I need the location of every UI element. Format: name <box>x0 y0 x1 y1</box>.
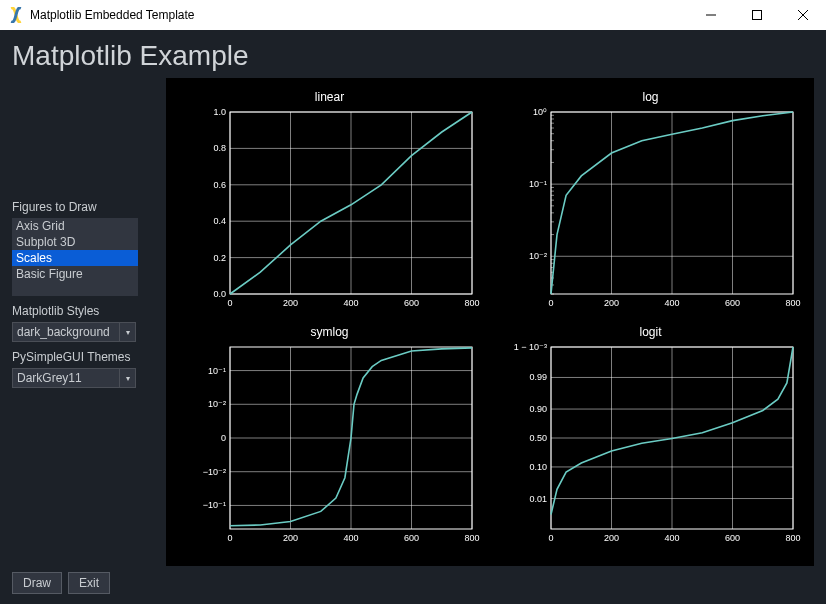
svg-text:0.50: 0.50 <box>529 433 547 443</box>
svg-text:0.6: 0.6 <box>213 180 226 190</box>
subplot-log: log020040060080010⁻²10⁻¹10⁰ <box>493 90 808 319</box>
subplot-title: symlog <box>310 325 348 339</box>
figures-label: Figures to Draw <box>12 200 158 214</box>
svg-text:10⁰: 10⁰ <box>532 107 546 117</box>
styles-label: Matplotlib Styles <box>12 304 158 318</box>
svg-text:800: 800 <box>785 298 800 308</box>
svg-text:1 − 10⁻³: 1 − 10⁻³ <box>513 342 546 352</box>
chevron-down-icon: ▾ <box>126 374 130 383</box>
svg-text:0: 0 <box>227 298 232 308</box>
svg-text:600: 600 <box>724 298 739 308</box>
subplot-symlog: symlog0200400600800−10⁻¹−10⁻²010⁻²10⁻¹ <box>172 325 487 554</box>
svg-text:800: 800 <box>464 298 479 308</box>
svg-text:0.99: 0.99 <box>529 372 547 382</box>
svg-text:1.0: 1.0 <box>213 107 226 117</box>
draw-button[interactable]: Draw <box>12 572 62 594</box>
chevron-down-icon: ▾ <box>126 328 130 337</box>
subplot-linear: linear02004006008000.00.20.40.60.81.0 <box>172 90 487 319</box>
styles-dropdown-button[interactable]: ▾ <box>120 322 136 342</box>
svg-text:0: 0 <box>548 298 553 308</box>
subplot-title: log <box>642 90 658 104</box>
svg-text:0.4: 0.4 <box>213 216 226 226</box>
svg-text:200: 200 <box>603 298 618 308</box>
svg-text:200: 200 <box>603 533 618 543</box>
svg-text:400: 400 <box>664 533 679 543</box>
minimize-button[interactable] <box>688 0 734 30</box>
maximize-button[interactable] <box>734 0 780 30</box>
svg-rect-1 <box>753 11 762 20</box>
page-title: Matplotlib Example <box>12 40 814 72</box>
figures-listbox-item[interactable]: Scales <box>12 250 138 266</box>
svg-text:0.10: 0.10 <box>529 462 547 472</box>
svg-text:0.01: 0.01 <box>529 494 547 504</box>
svg-text:0.2: 0.2 <box>213 253 226 263</box>
svg-text:400: 400 <box>664 298 679 308</box>
svg-text:0.0: 0.0 <box>213 289 226 299</box>
svg-text:0.8: 0.8 <box>213 143 226 153</box>
sidebar: Figures to Draw Axis GridSubplot 3DScale… <box>12 78 158 566</box>
svg-text:200: 200 <box>282 298 297 308</box>
svg-text:0: 0 <box>548 533 553 543</box>
svg-text:800: 800 <box>464 533 479 543</box>
subplot-logit: logit02004006008000.010.100.500.900.991 … <box>493 325 808 554</box>
figures-listbox[interactable]: Axis GridSubplot 3DScalesBasic Figure <box>12 218 138 296</box>
subplot-title: logit <box>639 325 661 339</box>
svg-text:600: 600 <box>724 533 739 543</box>
svg-text:600: 600 <box>403 298 418 308</box>
exit-button[interactable]: Exit <box>68 572 110 594</box>
svg-text:600: 600 <box>403 533 418 543</box>
window-controls <box>688 0 826 30</box>
themes-dropdown-button[interactable]: ▾ <box>120 368 136 388</box>
svg-text:10⁻²: 10⁻² <box>207 399 225 409</box>
svg-text:−10⁻²: −10⁻² <box>202 467 225 477</box>
styles-combobox[interactable] <box>12 322 120 342</box>
svg-text:0: 0 <box>227 533 232 543</box>
svg-text:10⁻¹: 10⁻¹ <box>207 366 225 376</box>
svg-text:10⁻¹: 10⁻¹ <box>528 179 546 189</box>
subplot-title: linear <box>315 90 344 104</box>
svg-text:10⁻²: 10⁻² <box>528 251 546 261</box>
figures-listbox-item[interactable]: Basic Figure <box>12 266 138 282</box>
close-button[interactable] <box>780 0 826 30</box>
themes-label: PySimpleGUI Themes <box>12 350 158 364</box>
window-title: Matplotlib Embedded Template <box>30 8 688 22</box>
svg-text:400: 400 <box>343 533 358 543</box>
svg-text:0.90: 0.90 <box>529 404 547 414</box>
svg-text:800: 800 <box>785 533 800 543</box>
plot-area: linear02004006008000.00.20.40.60.81.0log… <box>166 78 814 566</box>
svg-text:0: 0 <box>220 433 225 443</box>
svg-text:200: 200 <box>282 533 297 543</box>
svg-text:−10⁻¹: −10⁻¹ <box>202 500 225 510</box>
figures-listbox-item[interactable]: Axis Grid <box>12 218 138 234</box>
svg-text:400: 400 <box>343 298 358 308</box>
window-titlebar: Matplotlib Embedded Template <box>0 0 826 30</box>
themes-combobox[interactable] <box>12 368 120 388</box>
app-icon <box>8 7 24 23</box>
figures-listbox-item[interactable]: Subplot 3D <box>12 234 138 250</box>
